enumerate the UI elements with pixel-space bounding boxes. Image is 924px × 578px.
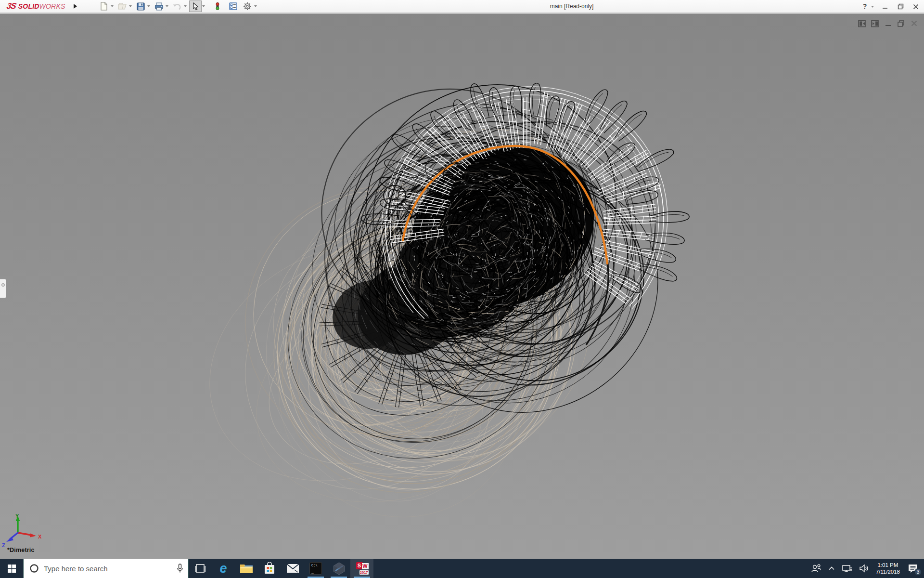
print-caret[interactable]: [166, 5, 168, 7]
pane-right-icon[interactable]: [871, 19, 879, 27]
print-icon: [154, 2, 164, 11]
triad-x-label: X: [38, 534, 42, 539]
sw-letter-w: W: [362, 563, 369, 569]
restore-button[interactable]: [896, 3, 905, 10]
edge-icon: e: [219, 562, 227, 575]
new-document-caret[interactable]: [111, 5, 114, 7]
open-folder-icon: [118, 2, 127, 10]
print-button[interactable]: [153, 0, 165, 12]
tree-tab-dot-icon: [1, 283, 5, 287]
clock-time: 1:01 PM: [877, 562, 898, 568]
network-icon: [842, 564, 852, 573]
save-floppy-icon: [137, 2, 145, 11]
chevron-up-icon: [828, 566, 835, 571]
taskbar-edge-button[interactable]: e: [212, 559, 235, 578]
people-button[interactable]: [808, 559, 825, 578]
windows-taskbar: Type here to search e C:\ _ S W 2017: [0, 559, 924, 578]
view-orientation-label: *Dimetric: [7, 547, 35, 553]
taskbar-clock[interactable]: 1:01 PM 7/11/2018: [872, 562, 904, 575]
network-button[interactable]: [838, 559, 856, 578]
options-list-icon: [229, 2, 237, 10]
select-tool-button[interactable]: [189, 0, 202, 12]
people-icon: [811, 564, 821, 573]
open-button[interactable]: [116, 0, 128, 12]
command-prompt-icon: C:\ _: [309, 562, 322, 575]
document-window-controls: [858, 19, 918, 27]
new-document-icon: [100, 2, 108, 11]
document-title: main [Read-only]: [509, 0, 634, 13]
store-icon: [264, 562, 275, 575]
solidworks-logo: 3S SOLIDWORKS: [0, 0, 69, 13]
taskbar-mail-button[interactable]: [281, 559, 304, 578]
close-button[interactable]: [911, 4, 920, 10]
feature-tree-collapsed-tab[interactable]: [0, 279, 6, 298]
graphics-viewport[interactable]: Y X Z *Dimetric: [0, 13, 924, 559]
doc-close-icon-disabled: [910, 19, 918, 27]
rebuild-stoplight-button[interactable]: [211, 0, 224, 12]
cortana-circle-icon: [29, 564, 39, 573]
taskbar-solidworks-button[interactable]: S W 2017: [350, 559, 373, 578]
volume-button[interactable]: [856, 559, 872, 578]
help-caret[interactable]: [871, 6, 874, 8]
tray-overflow-chevron[interactable]: [825, 559, 838, 578]
taskbar-store-button[interactable]: [258, 559, 281, 578]
doc-minimize-icon[interactable]: [884, 19, 892, 27]
minimize-button[interactable]: [881, 4, 889, 10]
solidworks-2017-icon: S W 2017: [356, 562, 369, 575]
save-button[interactable]: [134, 0, 147, 12]
settings-caret[interactable]: [254, 5, 257, 7]
options-list-button[interactable]: [227, 0, 239, 12]
engine-assembly-wireframe-model[interactable]: [0, 13, 924, 559]
speaker-icon: [859, 564, 869, 573]
select-cursor-icon: [192, 2, 199, 11]
undo-caret[interactable]: [184, 5, 187, 7]
microphone-icon[interactable]: [177, 564, 183, 573]
cmd-cursor: _: [311, 571, 314, 573]
start-button[interactable]: [0, 559, 23, 578]
mail-icon: [286, 564, 299, 573]
window-controls: ?: [860, 0, 920, 13]
brand-works: WORKS: [39, 2, 65, 10]
action-center-button[interactable]: 3: [904, 559, 922, 578]
file-explorer-icon: [240, 563, 253, 574]
select-caret[interactable]: [202, 5, 205, 7]
cmd-text: C:\: [311, 564, 318, 567]
notification-badge: 3: [914, 568, 922, 576]
rebuild-stoplight-icon: [215, 2, 220, 11]
taskbar-file-explorer-button[interactable]: [235, 559, 258, 578]
help-button[interactable]: ?: [860, 0, 869, 13]
system-tray: 1:01 PM 7/11/2018 3: [808, 559, 924, 578]
brand-solid: SOLID: [18, 2, 39, 10]
save-caret[interactable]: [147, 5, 150, 7]
undo-button[interactable]: [171, 0, 183, 12]
settings-gear-button[interactable]: [241, 0, 254, 12]
taskbar-hex-app-button[interactable]: [327, 559, 350, 578]
undo-arrow-icon: [173, 3, 181, 10]
new-document-button[interactable]: [98, 0, 110, 12]
hexagon-app-icon: [333, 562, 346, 575]
doc-restore-icon[interactable]: [897, 19, 905, 27]
dassault-logo-mark: 3S: [6, 1, 17, 11]
triad-z-label: Z: [2, 542, 5, 548]
task-view-icon: [195, 563, 205, 574]
taskbar-search-input[interactable]: Type here to search: [23, 559, 189, 578]
quick-access-toolbar: [98, 0, 259, 12]
clock-date: 7/11/2018: [876, 568, 900, 575]
toolbar-flyout-arrow-icon[interactable]: [71, 1, 79, 11]
pane-left-icon[interactable]: [858, 19, 866, 27]
taskbar-cmd-button[interactable]: C:\ _: [304, 559, 327, 578]
task-view-button[interactable]: [189, 559, 212, 578]
title-bar: 3S SOLIDWORKS: [0, 0, 924, 13]
search-placeholder: Type here to search: [44, 565, 172, 573]
windows-logo-icon: [8, 565, 16, 573]
open-caret[interactable]: [129, 5, 132, 7]
settings-gear-icon: [243, 2, 252, 11]
sw-year: 2017: [359, 570, 369, 575]
